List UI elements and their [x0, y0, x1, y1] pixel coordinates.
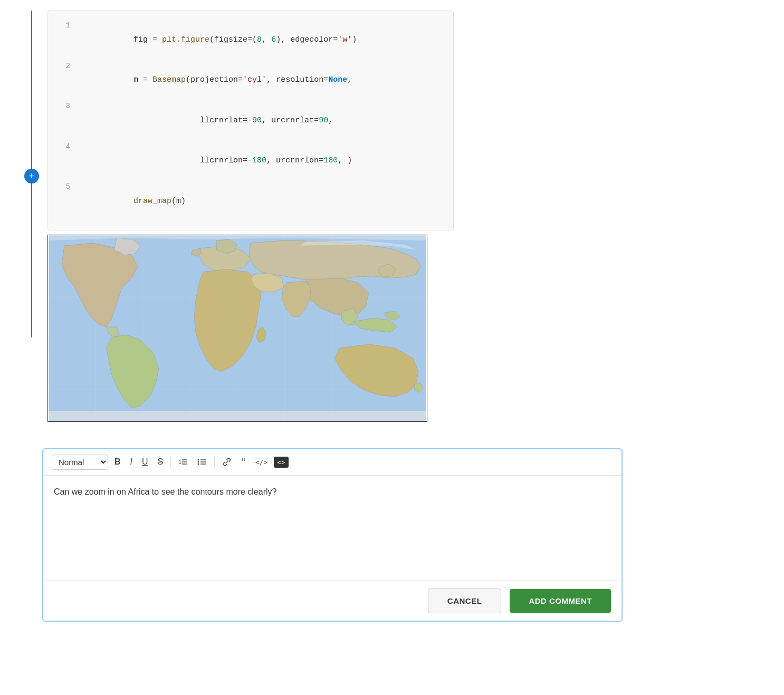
- cell-content: 1 fig = plt.figure(figsize=(8, 6), edgec…: [47, 11, 784, 422]
- svg-point-17: [198, 459, 199, 461]
- editor-content: Can we zoom in on Africa to see the cont…: [54, 487, 276, 496]
- line-num-1: 1: [59, 20, 70, 32]
- line-num-5: 5: [59, 181, 70, 194]
- toolbar-separator-2: [214, 456, 215, 468]
- code-line-3-text: llcrnrlat=-90, urcrnrlat=90,: [77, 100, 333, 141]
- editor-actions: CANCEL ADD COMMENT: [43, 581, 622, 621]
- add-cell-button[interactable]: +: [24, 169, 39, 184]
- code-line-4-text: llcrnrlon=-180, urcrnrlon=180, ): [77, 141, 352, 181]
- svg-point-18: [198, 461, 199, 463]
- add-comment-button[interactable]: ADD COMMENT: [510, 589, 611, 613]
- cell-area: + 1 fig = plt.figure(figsize=(8, 6), edg…: [21, 11, 784, 422]
- code-line-2-text: m = Basemap(projection='cyl', resolution…: [77, 60, 352, 101]
- comment-editor: Normal Heading 1 Heading 2 Heading 3 Cod…: [42, 448, 623, 622]
- unordered-list-button[interactable]: [194, 455, 210, 469]
- code-line-4: 4 llcrnrlon=-180, urcrnrlon=180, ): [59, 141, 443, 181]
- toolbar-separator-1: [170, 456, 171, 468]
- code-block: 1 fig = plt.figure(figsize=(8, 6), edgec…: [47, 11, 454, 230]
- code-line-5: 5 draw_map(m): [59, 181, 443, 221]
- code-block-button[interactable]: <>: [274, 457, 289, 468]
- line-num-4: 4: [59, 141, 70, 153]
- bold-button[interactable]: B: [111, 455, 124, 469]
- underline-button[interactable]: U: [139, 455, 151, 469]
- inline-code-button[interactable]: </>: [252, 456, 271, 468]
- editor-toolbar: Normal Heading 1 Heading 2 Heading 3 Cod…: [43, 449, 622, 476]
- cancel-button[interactable]: CANCEL: [428, 588, 502, 613]
- blockquote-button[interactable]: “: [238, 455, 249, 469]
- code-line-2: 2 m = Basemap(projection='cyl', resoluti…: [59, 60, 443, 101]
- svg-point-19: [198, 464, 199, 465]
- map-output: [47, 235, 427, 422]
- line-num-3: 3: [59, 100, 70, 113]
- editor-body[interactable]: Can we zoom in on Africa to see the cont…: [43, 476, 622, 581]
- cell-sidebar: +: [21, 11, 42, 337]
- code-line-5-text: draw_map(m): [77, 181, 186, 221]
- code-line-3: 3 llcrnrlat=-90, urcrnrlat=90,: [59, 100, 443, 141]
- format-select[interactable]: Normal Heading 1 Heading 2 Heading 3 Cod…: [52, 455, 108, 470]
- line-num-2: 2: [59, 60, 70, 73]
- code-line-1-text: fig = plt.figure(figsize=(8, 6), edgecol…: [77, 20, 357, 60]
- page-container: + 1 fig = plt.figure(figsize=(8, 6), edg…: [0, 11, 784, 622]
- world-map-svg: [48, 235, 427, 421]
- strikethrough-button[interactable]: S: [155, 455, 167, 469]
- code-line-1: 1 fig = plt.figure(figsize=(8, 6), edgec…: [59, 20, 443, 60]
- ordered-list-button[interactable]: 1.: [175, 455, 191, 469]
- italic-button[interactable]: I: [127, 455, 136, 469]
- link-button[interactable]: [219, 455, 235, 469]
